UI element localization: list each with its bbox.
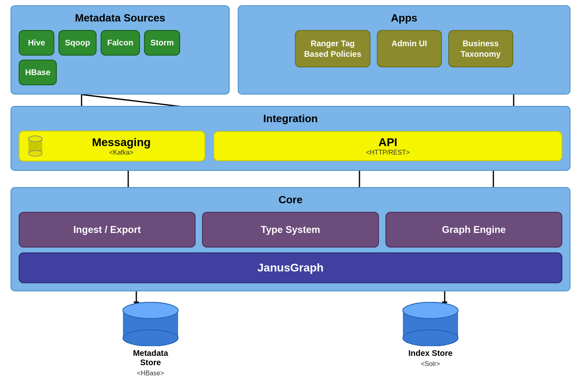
apps-items-container: Ranger TagBased Policies Admin UI Busine… bbox=[246, 30, 562, 67]
metadata-sources-box: Metadata Sources Hive Sqoop Falcon Storm… bbox=[11, 5, 230, 95]
integration-box: Integration Messaging <Kafka> AP bbox=[11, 106, 570, 171]
sqoop-item: Sqoop bbox=[58, 30, 97, 56]
ranger-tag-item: Ranger TagBased Policies bbox=[295, 30, 370, 67]
storm-item: Storm bbox=[144, 30, 181, 56]
index-store-sub: <Solr> bbox=[421, 360, 440, 368]
metadata-store-sub: <HBase> bbox=[137, 370, 164, 377]
metadata-store-cylinder-icon bbox=[118, 302, 183, 346]
business-taxonomy-item: BusinessTaxonomy bbox=[448, 30, 513, 67]
svg-point-31 bbox=[403, 302, 458, 319]
metadata-items-container: Hive Sqoop Falcon Storm HBase bbox=[19, 30, 222, 85]
purple-items-container: Ingest / Export Type System Graph Engine bbox=[19, 212, 562, 248]
core-box: Core Ingest / Export Type System Graph E… bbox=[11, 187, 570, 291]
type-system-item: Type System bbox=[202, 212, 379, 248]
ingest-export-item: Ingest / Export bbox=[19, 212, 196, 248]
metadata-sources-title: Metadata Sources bbox=[19, 12, 222, 24]
svg-point-22 bbox=[28, 151, 42, 156]
api-text: API <HTTP/REST> bbox=[222, 136, 553, 156]
apps-title: Apps bbox=[246, 12, 562, 24]
svg-point-27 bbox=[123, 302, 178, 319]
api-pill: API <HTTP/REST> bbox=[213, 131, 562, 161]
hbase-item: HBase bbox=[19, 60, 57, 85]
svg-point-30 bbox=[403, 330, 458, 346]
hive-item: Hive bbox=[19, 30, 54, 56]
index-store-cylinder-icon bbox=[398, 302, 463, 346]
falcon-item: Falcon bbox=[101, 30, 140, 56]
core-inner: Ingest / Export Type System Graph Engine… bbox=[19, 212, 562, 283]
svg-point-26 bbox=[123, 330, 178, 346]
metadata-store-item: MetadataStore <HBase> bbox=[102, 302, 199, 377]
messaging-pill: Messaging <Kafka> bbox=[19, 131, 205, 162]
messaging-text: Messaging <Kafka> bbox=[46, 136, 196, 156]
stores-row: MetadataStore <HBase> Index Store <Solr> bbox=[11, 302, 570, 377]
integration-inner: Messaging <Kafka> API <HTTP/REST> bbox=[19, 131, 562, 162]
metadata-store-label: MetadataStore bbox=[133, 349, 168, 367]
admin-ui-item: Admin UI bbox=[377, 30, 442, 67]
svg-point-23 bbox=[28, 136, 42, 142]
apps-box: Apps Ranger TagBased Policies Admin UI B… bbox=[238, 5, 570, 95]
graph-engine-item: Graph Engine bbox=[385, 212, 562, 248]
integration-title: Integration bbox=[19, 112, 562, 125]
janusgraph-bar: JanusGraph bbox=[19, 252, 562, 283]
index-store-label: Index Store bbox=[409, 349, 453, 358]
index-store-item: Index Store <Solr> bbox=[382, 302, 479, 368]
core-title: Core bbox=[19, 194, 562, 206]
kafka-cylinder-icon bbox=[28, 136, 43, 157]
